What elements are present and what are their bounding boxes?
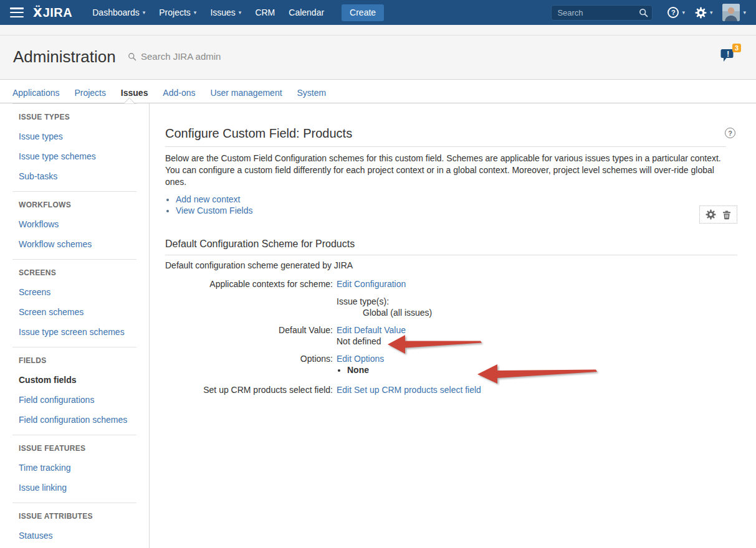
sidebar-section-issue-attributes: ISSUE ATTRIBUTES Statuses Resolutions	[12, 503, 136, 548]
admin-gear-menu[interactable]: ▾	[695, 7, 713, 19]
action-links: Add new context View Custom Fields	[165, 194, 737, 216]
sidebar-item-issue-type-schemes[interactable]: Issue type schemes	[19, 151, 136, 161]
admin-search-input[interactable]	[141, 51, 278, 62]
issue-types-block: Issue type(s): Global (all issues)	[337, 296, 432, 318]
contexts-row: Applicable contexts for scheme: Edit Con…	[165, 278, 737, 318]
edit-configuration-link[interactable]: Edit Configuration	[337, 279, 406, 289]
view-custom-fields-link[interactable]: View Custom Fields	[176, 206, 252, 215]
admin-sidebar: ISSUE TYPES Issue types Issue type schem…	[0, 103, 150, 548]
navbar-right: ? ▾ ▾	[551, 4, 756, 21]
sidebar-item-workflow-schemes[interactable]: Workflow schemes	[19, 239, 136, 249]
add-new-context-link[interactable]: Add new context	[176, 194, 241, 204]
edit-options-link[interactable]: Edit Options	[337, 354, 384, 364]
gear-icon	[695, 7, 707, 19]
sidebar-section-title: ISSUE TYPES	[19, 113, 136, 121]
jira-brand-text: JIRA	[43, 6, 73, 20]
navbar-menu: Dashboards ▾ Projects ▾ Issues ▾ CRM Cal…	[86, 0, 332, 25]
top-navbar: Ẍ JIRA Dashboards ▾ Projects ▾ Issues ▾ …	[0, 0, 756, 25]
help-icon[interactable]: ?	[725, 128, 735, 138]
sidebar-item-issue-types[interactable]: Issue types	[19, 131, 136, 141]
sidebar-item-statuses[interactable]: Statuses	[19, 531, 136, 541]
options-none-item: None	[347, 364, 384, 376]
menu-calendar[interactable]: Calendar	[282, 0, 330, 25]
content-description: Below are the Custom Field Configuration…	[165, 153, 729, 188]
edit-default-value-link[interactable]: Edit Default Value	[337, 325, 406, 335]
exclamation-glyph: !	[727, 49, 729, 59]
crm-field-value: Edit Set up CRM products select field	[337, 384, 481, 395]
configure-gear-button[interactable]	[706, 209, 716, 220]
options-list: None	[337, 364, 384, 376]
hamburger-menu-icon[interactable]	[10, 7, 24, 17]
page: { "navbar": { "brand_glyph": "Ẍ", "brand…	[0, 0, 756, 548]
user-profile-menu[interactable]: ▾	[722, 4, 746, 21]
jira-mascot-icon: Ẍ	[33, 6, 42, 19]
search-icon	[128, 52, 136, 61]
menu-dashboards[interactable]: Dashboards ▾	[86, 0, 151, 25]
options-value: Edit Options None	[337, 353, 384, 376]
sidebar-section-fields: FIELDS Custom fields Field configuration…	[12, 347, 136, 435]
sidebar-item-custom-fields[interactable]: Custom fields	[19, 375, 136, 385]
scheme-title: Default Configuration Scheme for Product…	[165, 239, 737, 255]
active-tab-notch	[124, 97, 135, 103]
scheme-subtitle: Default configuration scheme generated b…	[165, 260, 737, 270]
default-value-value: Edit Default Value Not defined	[337, 324, 406, 347]
chevron-down-icon: ▾	[194, 9, 197, 16]
help-menu[interactable]: ? ▾	[667, 7, 685, 18]
scheme-operations-box	[699, 206, 737, 224]
edit-crm-products-select-field-link[interactable]: Edit Set up CRM products select field	[337, 385, 481, 395]
create-button[interactable]: Create	[342, 4, 384, 21]
sidebar-item-field-configuration-schemes[interactable]: Field configuration schemes	[19, 415, 136, 425]
tab-applications[interactable]: Applications	[12, 88, 60, 98]
tab-issues[interactable]: Issues	[121, 88, 148, 98]
chevron-down-icon: ▾	[682, 9, 685, 16]
sidebar-item-screen-schemes[interactable]: Screen schemes	[19, 307, 136, 317]
chevron-down-icon: ▾	[743, 9, 746, 16]
menu-crm[interactable]: CRM	[249, 0, 281, 25]
sidebar-section-title: WORKFLOWS	[19, 201, 136, 209]
chevron-down-icon: ▾	[239, 9, 242, 16]
navbar-search-input[interactable]	[551, 5, 653, 21]
search-icon	[639, 8, 648, 17]
tab-system[interactable]: System	[297, 88, 326, 98]
navbar-left: Ẍ JIRA Dashboards ▾ Projects ▾ Issues ▾ …	[0, 0, 384, 25]
sidebar-section-title: ISSUE ATTRIBUTES	[19, 512, 136, 521]
sidebar-item-issue-linking[interactable]: Issue linking	[19, 483, 136, 493]
sidebar-item-time-tracking[interactable]: Time tracking	[19, 463, 136, 473]
sidebar-section-title: FIELDS	[19, 356, 136, 365]
issue-types-value: Global (all issues)	[363, 307, 432, 318]
admin-tabs: Applications Projects Issues Add-ons Use…	[0, 80, 756, 103]
tab-projects[interactable]: Projects	[74, 88, 106, 98]
options-row: Options: Edit Options None	[165, 353, 737, 376]
default-value-state: Not defined	[337, 336, 406, 347]
tab-user-management[interactable]: User management	[210, 88, 282, 98]
sidebar-section-issue-types: ISSUE TYPES Issue types Issue type schem…	[12, 103, 136, 191]
navbar-search	[551, 5, 653, 21]
contexts-label: Applicable contexts for scheme:	[165, 278, 337, 318]
delete-trash-button[interactable]	[722, 210, 731, 220]
list-item: View Custom Fields	[176, 205, 737, 216]
sidebar-section-title: SCREENS	[19, 268, 136, 277]
chevron-down-icon: ▾	[143, 9, 146, 16]
help-icon: ?	[667, 7, 679, 18]
chevron-down-icon: ▾	[710, 9, 713, 16]
notification-bubble-icon[interactable]: ! 3	[720, 47, 741, 67]
sidebar-item-screens[interactable]: Screens	[19, 287, 136, 297]
menu-issues[interactable]: Issues ▾	[204, 0, 247, 25]
sidebar-item-sub-tasks[interactable]: Sub-tasks	[19, 171, 136, 181]
sidebar-item-field-configurations[interactable]: Field configurations	[19, 395, 136, 405]
tab-addons[interactable]: Add-ons	[163, 88, 195, 98]
page-title: Administration	[13, 47, 116, 67]
main-content: ? Configure Custom Field: Products Below…	[165, 103, 737, 395]
header-divider	[0, 35, 756, 35]
jira-logo[interactable]: Ẍ JIRA	[33, 6, 72, 20]
avatar	[722, 4, 740, 21]
trash-icon	[722, 210, 731, 220]
sidebar-item-workflows[interactable]: Workflows	[19, 219, 136, 229]
sidebar-section-title: ISSUE FEATURES	[19, 444, 136, 453]
contexts-value: Edit Configuration Issue type(s): Global…	[337, 278, 432, 318]
sidebar-item-issue-type-screen-schemes[interactable]: Issue type screen schemes	[19, 327, 136, 337]
admin-header: Administration ! 3	[0, 25, 756, 80]
issue-types-label: Issue type(s):	[337, 296, 432, 307]
menu-projects[interactable]: Projects ▾	[153, 0, 203, 25]
list-item: Add new context	[176, 194, 737, 205]
